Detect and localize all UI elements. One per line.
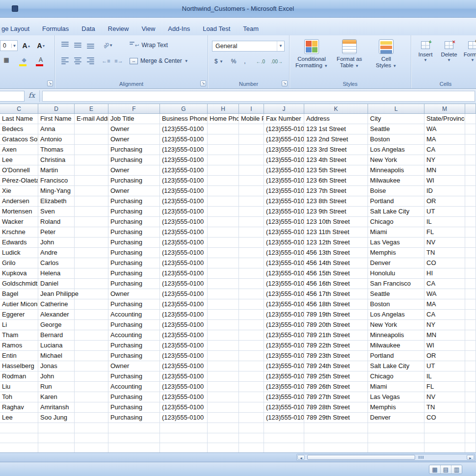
cell[interactable] [239,320,264,330]
cell[interactable] [108,423,160,433]
cell[interactable]: Denver [368,258,424,268]
cell[interactable] [239,258,264,268]
cell[interactable]: Ramos [0,341,38,351]
cell[interactable]: Luciana [38,341,75,351]
cell[interactable]: (123)555-0100 [160,165,208,176]
cell[interactable]: Axen [0,145,38,155]
cell[interactable] [465,176,476,186]
cell[interactable]: Last Name [0,114,38,124]
cell[interactable]: Elizabeth [38,196,75,207]
cell[interactable]: Owner [108,289,160,299]
cell[interactable] [264,433,304,444]
cell[interactable]: 789 21th Street [304,330,368,341]
cell[interactable]: Milwaukee [368,341,424,351]
cell[interactable]: (123)555-0100 [160,279,208,289]
cell[interactable]: MA [424,299,465,310]
page-break-view-button[interactable]: ▥ [451,465,462,474]
tab-team[interactable]: Team [237,22,265,35]
cell[interactable] [75,124,108,134]
cell[interactable] [465,413,476,423]
cell[interactable] [75,207,108,217]
cell[interactable] [239,299,264,310]
cell[interactable]: Pérez-Olaeta [0,176,38,186]
cell[interactable]: 456 18th Street [304,299,368,310]
cell[interactable] [75,310,108,320]
cell[interactable] [208,330,239,341]
cell[interactable] [239,145,264,155]
cell[interactable]: 123 12th Street [304,238,368,248]
cell[interactable]: (123)555-0100 [160,351,208,361]
fill-color-button[interactable]: ◆ [18,56,30,68]
cell[interactable]: (123)555-0100 [264,351,304,361]
cell[interactable]: 456 13th Street [304,248,368,258]
cell[interactable]: TN [424,248,465,258]
cell[interactable]: (123)555-0100 [160,413,208,423]
cell[interactable]: San Francisco [368,279,424,289]
column-header-edge[interactable] [465,104,476,114]
cell[interactable]: UT [424,361,465,371]
increase-decimal-button[interactable]: ←.0 [253,56,268,67]
conditional-formatting-button[interactable]: Conditional Formatting ▼ [293,38,330,84]
cell[interactable] [75,433,108,444]
cell[interactable]: George [38,320,75,330]
cell[interactable]: O'Donnell [0,165,38,176]
cell[interactable]: 456 16th Street [304,279,368,289]
cell[interactable]: 123 11th Street [304,227,368,238]
cell[interactable]: (123)555-0100 [264,341,304,351]
cell[interactable] [75,268,108,279]
cell[interactable]: (123)555-0100 [264,155,304,165]
cell[interactable]: (123)555-0100 [160,392,208,402]
cell[interactable]: Alexander [38,310,75,320]
cell[interactable]: (123)555-0100 [160,320,208,330]
cell[interactable]: (123)555-0100 [264,413,304,423]
cell[interactable] [239,443,264,452]
cell[interactable]: NV [424,238,465,248]
cell[interactable]: WA [424,289,465,299]
cell[interactable] [264,443,304,452]
decrease-decimal-button[interactable]: .00→ [269,56,285,67]
cell[interactable]: Boise [368,186,424,196]
cell[interactable] [465,217,476,227]
cell[interactable] [208,217,239,227]
cell[interactable]: (123)555-0100 [264,227,304,238]
cell[interactable]: Purchasing [108,392,160,402]
horizontal-scrollbar[interactable]: ◄ ► [296,454,475,461]
cell[interactable]: CA [424,310,465,320]
cell[interactable] [208,320,239,330]
insert-cells-button[interactable]: + Insert ▼ [415,39,436,82]
cell[interactable]: 789 28th Street [304,402,368,413]
cell[interactable] [239,330,264,341]
cell[interactable] [208,238,239,248]
cell[interactable]: (123)555-0100 [160,268,208,279]
cell[interactable]: Salt Lake City [368,361,424,371]
align-middle-button[interactable] [72,39,83,51]
cell[interactable]: (123)555-0100 [264,186,304,196]
cell[interactable]: Boston [368,134,424,145]
tab-formulas[interactable]: Formulas [36,22,75,35]
cell[interactable]: Accounting [108,310,160,320]
cell[interactable] [239,207,264,217]
cell[interactable]: Boston [368,299,424,310]
cell[interactable] [239,217,264,227]
cell[interactable] [239,124,264,134]
align-bottom-button[interactable] [84,39,96,51]
cell[interactable]: Run [38,382,75,392]
cell[interactable]: 789 27th Street [304,392,368,402]
cell[interactable]: Karen [38,392,75,402]
cell[interactable] [208,341,239,351]
cell[interactable] [368,433,424,444]
cell[interactable] [75,443,108,452]
cell[interactable]: 456 15th Street [304,268,368,279]
cell[interactable]: Hasselberg [0,361,38,371]
cell[interactable]: (123)555-0100 [264,330,304,341]
column-header-I[interactable]: I [239,104,264,114]
cell[interactable] [465,423,476,433]
column-header-G[interactable]: G [160,104,208,114]
tab-load-test[interactable]: Load Test [196,22,237,35]
cell[interactable]: OR [424,196,465,207]
cell[interactable] [368,443,424,452]
cell[interactable] [75,330,108,341]
cell[interactable]: Anna [38,124,75,134]
tab-add-ins[interactable]: Add-Ins [161,22,196,35]
cell[interactable]: Chicago [368,371,424,382]
